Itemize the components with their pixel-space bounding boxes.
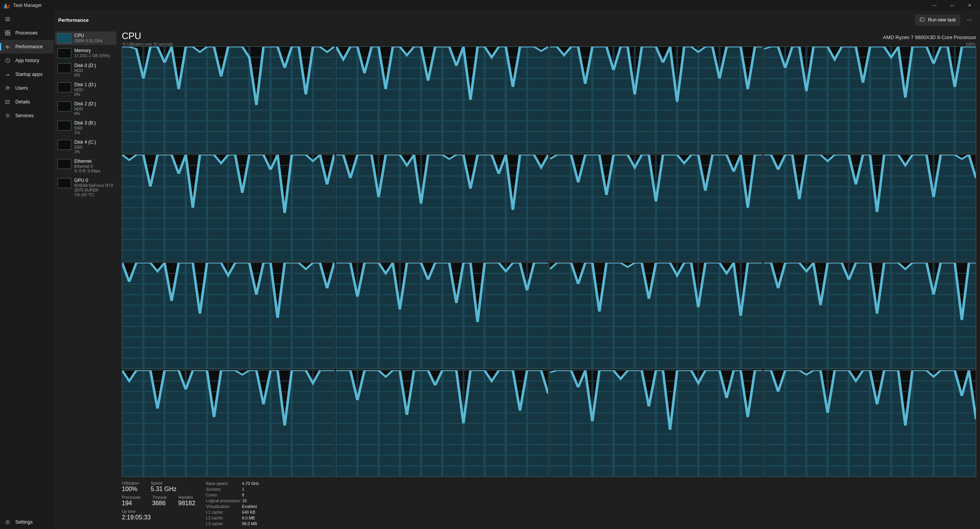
resource-sub: 17.2/31.1 GB (55%) (74, 53, 110, 58)
resource-item-gpu0[interactable]: GPU 0NVIDIA GeForce RTX 2070 SUPER1% (42… (55, 176, 116, 198)
resource-thumb-icon (57, 159, 71, 169)
svg-line-25 (6, 117, 7, 117)
gear-icon (5, 113, 11, 119)
cpu-specs: Base speed:4.70 GHzSockets:1Cores:8Logic… (206, 481, 259, 527)
spec-row: Base speed:4.70 GHz (206, 481, 259, 486)
core-graph-10[interactable] (550, 262, 762, 369)
core-graph-9[interactable] (336, 262, 549, 369)
core-graph-15[interactable] (764, 370, 977, 477)
spec-row: Sockets:1 (206, 486, 259, 492)
core-graph-grid[interactable] (122, 46, 976, 477)
core-graph-7[interactable] (764, 154, 977, 261)
resource-title: Ethernet (74, 159, 100, 164)
spec-key: Sockets: (206, 486, 241, 492)
more-icon: ⋯ (967, 17, 972, 23)
maximize-button[interactable]: ▭ (943, 0, 961, 11)
toolbar: Performance Run new task ⋯ (54, 11, 980, 29)
nav-item-settings[interactable]: Settings (0, 515, 54, 529)
hamburger-button[interactable] (0, 12, 54, 26)
minimize-button[interactable]: — (926, 0, 943, 11)
resource-item-cpu[interactable]: CPU100% 5.31 GHz (55, 31, 116, 45)
resource-thumb-icon (57, 121, 71, 131)
resource-item-disk0[interactable]: Disk 0 (D:)HDD0% (55, 61, 116, 79)
utilization-value: 100% (122, 486, 139, 493)
nav-label: Performance (15, 44, 43, 49)
spec-key: L1 cache: (206, 509, 241, 515)
nav-item-startup[interactable]: Startup apps (0, 67, 54, 81)
nav-item-details[interactable]: Details (0, 95, 54, 109)
resource-sub2: 1% (74, 130, 96, 135)
resource-sub: SSD (74, 126, 96, 130)
nav-item-app-history[interactable]: App history (0, 54, 54, 67)
svg-marker-103 (764, 47, 976, 153)
axis-right-label: 100% (965, 42, 975, 46)
core-graph-0[interactable] (122, 46, 335, 153)
svg-marker-141 (336, 155, 548, 261)
spec-row: L3 cache:96.0 MB (206, 521, 259, 527)
utilization-label: Utilization (122, 481, 139, 485)
core-graph-4[interactable] (122, 154, 335, 261)
core-graph-13[interactable] (336, 370, 549, 477)
processes-value: 194 (122, 500, 141, 507)
resource-title: Disk 3 (B:) (74, 120, 96, 126)
svg-marker-198 (122, 263, 334, 369)
spec-value: 96.0 MB (242, 521, 257, 527)
nav-item-processes[interactable]: Processes (0, 26, 54, 40)
spec-row: Logical processors:16 (206, 498, 259, 504)
app-title: Task Manager (13, 3, 42, 8)
nav-label: Startup apps (15, 72, 43, 77)
nav-item-performance[interactable]: Performance (0, 40, 54, 54)
resource-sub2: 0% (74, 92, 96, 97)
cpu-model-name: AMD Ryzen 7 9800X3D 8-Core Processor (883, 34, 977, 40)
core-graph-3[interactable] (764, 46, 977, 153)
core-graph-2[interactable] (550, 46, 762, 153)
threads-label: Threads (152, 495, 167, 500)
resource-item-ethernet[interactable]: EthernetEthernet 3S: 0 R: 0 Kbps (55, 157, 116, 175)
resource-item-disk3[interactable]: Disk 3 (B:)SSD1% (55, 119, 116, 136)
nav-label: Settings (15, 519, 33, 525)
speed-value: 5.31 GHz (151, 486, 177, 493)
resource-title: Disk 1 (D:) (74, 82, 96, 87)
svg-point-9 (6, 87, 8, 88)
spec-value: 640 KB (242, 509, 255, 515)
handles-value: 98182 (178, 500, 196, 507)
core-graph-1[interactable] (336, 46, 549, 153)
spec-key: Virtualization: (206, 504, 241, 509)
spec-row: L1 cache:640 KB (206, 509, 259, 515)
resource-item-disk2[interactable]: Disk 2 (D:)HDD0% (55, 100, 116, 117)
spec-value: 4.70 GHz (242, 481, 259, 486)
spec-row: Cores:8 (206, 492, 259, 498)
spec-value: 8.0 MB (242, 515, 255, 521)
resource-sub: 100% 5.31 GHz (74, 38, 103, 43)
resource-sub: HDD (74, 68, 96, 73)
nav-label: App history (15, 58, 39, 63)
resource-item-disk1[interactable]: Disk 1 (D:)HDD0% (55, 80, 116, 98)
nav-item-users[interactable]: Users (0, 81, 54, 95)
nav-label: Processes (15, 30, 38, 36)
core-graph-11[interactable] (764, 262, 977, 369)
users-icon (5, 85, 11, 91)
core-graph-8[interactable] (122, 262, 335, 369)
resource-sub2: S: 0 R: 0 Kbps (74, 169, 100, 173)
core-graph-5[interactable] (336, 154, 549, 261)
close-button[interactable]: ✕ (961, 0, 978, 11)
nav-item-services[interactable]: Services (0, 109, 54, 123)
svg-line-24 (9, 114, 9, 115)
axis-left-label: % Utilization over 30 seconds (123, 42, 173, 46)
core-graph-14[interactable] (550, 370, 762, 477)
resource-item-disk4[interactable]: Disk 4 (C:)SSD2% (55, 138, 116, 156)
resource-title: Disk 2 (D:) (74, 101, 96, 106)
more-button[interactable]: ⋯ (963, 14, 975, 26)
svg-marker-331 (764, 370, 976, 477)
core-graph-12[interactable] (122, 370, 335, 477)
core-graph-6[interactable] (550, 154, 762, 261)
cpu-stats: Utilization 100% Speed 5.31 GHz Processe… (122, 477, 976, 527)
nav-label: Details (15, 99, 30, 105)
pulse-icon (5, 44, 11, 50)
resource-title: Disk 4 (C:) (74, 139, 96, 145)
nav-label: Users (15, 85, 28, 91)
resource-item-memory[interactable]: Memory17.2/31.1 GB (55%) (55, 46, 116, 60)
spec-value: 1 (242, 486, 244, 492)
nav-sidebar: Processes Performance App history Startu… (0, 11, 54, 529)
run-new-task-button[interactable]: Run new task (915, 15, 960, 26)
